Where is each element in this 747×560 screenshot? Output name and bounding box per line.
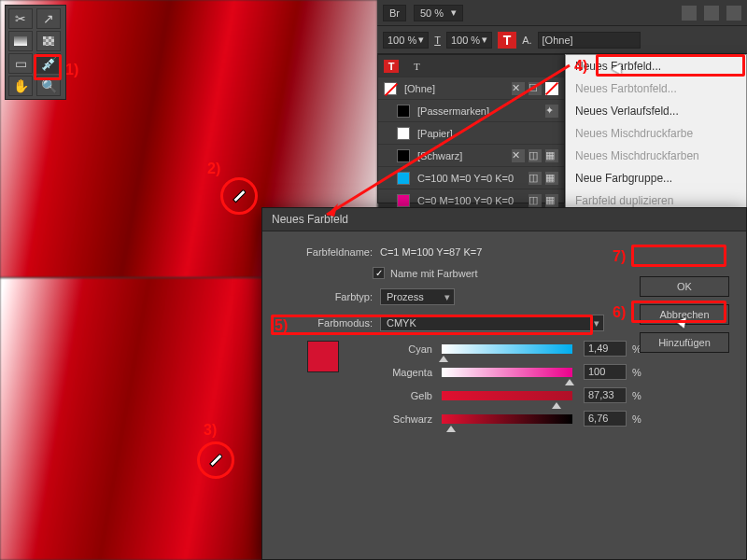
swatch-label: C=0 M=100 Y=0 K=0 (417, 195, 514, 206)
swatches-panel: T T [Ohne]✕☐ [Passermarken]✦ [Papier] [S… (377, 54, 565, 203)
annotation-7: 7) (613, 248, 626, 265)
type-icon (545, 82, 558, 95)
magenta-chip (397, 194, 410, 207)
note-tool[interactable]: ▭ (8, 53, 33, 74)
black-label: Schwarz (350, 413, 432, 425)
transform-tool[interactable]: ↗ (36, 8, 61, 29)
eyedropper-tool[interactable]: 💉 (36, 53, 61, 74)
font-label: A. (522, 35, 531, 46)
zoom-dropdown[interactable]: 50 %▾ (414, 5, 463, 21)
menu-new-tint[interactable]: Neues Farbtonfeld... (566, 77, 746, 100)
dialog-title: Neues Farbfeld (262, 208, 746, 231)
yellow-slider[interactable] (442, 391, 572, 400)
screen-icon[interactable] (704, 6, 719, 21)
lock-icon[interactable]: ◫ (529, 194, 542, 207)
text-icon[interactable]: T (414, 61, 420, 72)
text-scale-icon: T (434, 35, 441, 46)
black-input[interactable]: 6,76 (584, 411, 627, 427)
menu-new-group[interactable]: Neue Farbgruppe... (566, 167, 746, 189)
lock-icon[interactable]: ☐ (529, 82, 542, 95)
annotation-6: 6) (613, 304, 626, 321)
black-chip (397, 149, 410, 162)
type-icon: ▦ (545, 172, 558, 185)
text-fill-swatch[interactable]: T (498, 32, 516, 49)
none-chip (384, 82, 397, 95)
swatch-label: [Schwarz] (417, 150, 462, 161)
type-icon: ▦ (545, 149, 558, 162)
black-slider[interactable] (442, 414, 572, 424)
cyan-label: Cyan (350, 343, 432, 355)
swatch-panel-header: T T (378, 55, 564, 77)
menu-new-gradient[interactable]: Neues Verlaufsfeld... (566, 100, 746, 122)
toolbox: ✂ ↗ ▭ 💉 ✋ 🔍 (5, 5, 66, 100)
view-icon[interactable] (682, 6, 697, 21)
annotation-1: 1) (65, 62, 78, 78)
swatch-label: [Passermarken] (417, 105, 489, 117)
hand-tool[interactable]: ✋ (8, 76, 33, 96)
colortype-label: Farbtyp: (279, 291, 373, 302)
name-label: Farbfeldname: (279, 246, 373, 258)
yellow-label: Gelb (350, 390, 432, 401)
menu-new-mixed1: Neues Mischdruckfarbe (566, 122, 746, 145)
bridge-button[interactable]: Br (383, 5, 406, 21)
cyan-chip (397, 172, 410, 185)
swatch-flyout-menu: Neues Farbfeld... Neues Farbtonfeld... N… (565, 54, 747, 213)
edit-icon[interactable]: ✕ (512, 82, 525, 95)
text-fill-icon[interactable]: T (384, 60, 399, 73)
ok-button[interactable]: OK (640, 276, 729, 297)
lock-icon[interactable]: ◫ (529, 172, 542, 185)
annotation-3: 3) (204, 422, 217, 439)
annotation-2: 2) (207, 161, 220, 177)
name-checkbox[interactable]: ✓ (373, 267, 385, 279)
swatch-none[interactable]: [Ohne]✕☐ (378, 77, 564, 100)
scissors-tool[interactable]: ✂ (8, 8, 33, 29)
zoom-value: 50 % (420, 7, 444, 19)
swatch-black[interactable]: [Schwarz]✕◫▦ (378, 145, 564, 167)
zoom-tool[interactable]: 🔍 (36, 76, 61, 96)
magenta-input[interactable]: 100 (584, 364, 627, 380)
arrange-icon[interactable] (726, 6, 741, 21)
swatch-label: [Papier] (417, 128, 453, 139)
swatch-paper[interactable]: [Papier] (378, 122, 564, 145)
character-control-bar: 100 % ▾ T 100 % ▾ T A. [Ohne] (377, 26, 747, 54)
new-swatch-dialog: Neues Farbfeld Farbfeldname:C=1 M=100 Y=… (261, 207, 747, 560)
type-icon: ▦ (545, 194, 558, 207)
magenta-slider[interactable] (442, 368, 572, 377)
colortype-combo[interactable]: Prozess (380, 288, 455, 305)
lock-icon[interactable]: ◫ (529, 149, 542, 162)
yellow-input[interactable]: 87,33 (584, 387, 627, 403)
name-chk-label: Name mit Farbwert (390, 268, 478, 279)
swatch-cyan[interactable]: C=100 M=0 Y=0 K=0◫▦ (378, 167, 564, 189)
swatch-registration[interactable]: [Passermarken]✦ (378, 100, 564, 122)
swatch-label: C=100 M=0 Y=0 K=0 (417, 173, 514, 184)
colormode-combo[interactable]: CMYK (380, 315, 604, 331)
add-button[interactable]: Hinzufügen (640, 332, 729, 353)
font-dropdown[interactable]: [Ohne] (538, 32, 641, 49)
colormode-label: Farbmodus: (279, 317, 373, 329)
magenta-label: Magenta (350, 367, 432, 378)
scale1-dropdown[interactable]: 100 % ▾ (383, 32, 429, 49)
menu-new-swatch[interactable]: Neues Farbfeld... (566, 55, 746, 77)
color-preview-chip (307, 341, 339, 372)
paper-chip (397, 127, 410, 140)
cyan-input[interactable]: 1,49 (584, 341, 627, 357)
cyan-slider[interactable] (442, 344, 572, 354)
scale2-dropdown[interactable]: 100 % ▾ (446, 32, 492, 49)
top-control-bar: Br 50 %▾ (377, 0, 747, 26)
annotation-4: 4) (574, 58, 587, 75)
gradient-tool[interactable] (8, 31, 33, 51)
eyedropper-cursor-1 (232, 189, 247, 203)
name-value: C=1 M=100 Y=87 K=7 (380, 246, 482, 258)
swatch-tool[interactable] (36, 31, 61, 51)
reg-chip (397, 105, 410, 118)
annotation-5: 5) (275, 317, 288, 334)
swatch-label: [Ohne] (404, 83, 435, 94)
menu-new-mixed2: Neues Mischdruckfarben (566, 145, 746, 167)
reg-icon: ✦ (545, 105, 558, 118)
eyedropper-cursor-2 (208, 453, 223, 468)
edit-icon[interactable]: ✕ (512, 149, 525, 162)
